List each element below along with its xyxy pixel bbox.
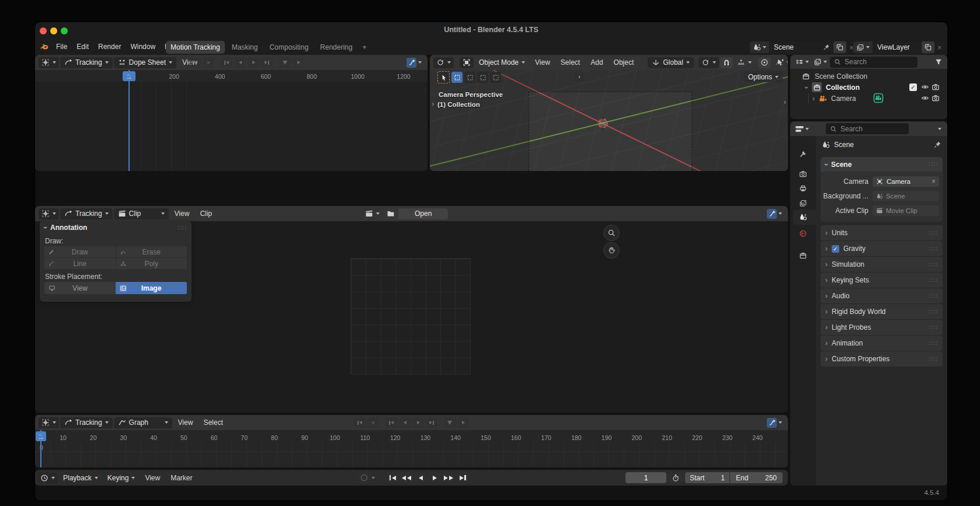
expand-caret-icon[interactable]: › — [802, 86, 811, 89]
skip-first-button[interactable] — [385, 417, 397, 428]
pan-hand-gizmo-button[interactable] — [603, 242, 620, 259]
graph-menu-select[interactable]: Select — [199, 415, 227, 430]
title-bar[interactable]: Untitled - Blender 4.5.4 LTS — [35, 22, 947, 39]
outliner-row-camera[interactable]: › Camera — [790, 93, 947, 104]
dope-tool-widget[interactable] — [39, 57, 59, 68]
fcurve-overlay-icon[interactable] — [767, 418, 777, 428]
panel-drag-dots-icon[interactable]: ∷∷ — [929, 324, 938, 331]
select-mode-set-button[interactable] — [451, 72, 463, 83]
tab-tool-icon[interactable] — [799, 150, 807, 158]
clear-button[interactable]: × — [367, 417, 379, 428]
viewport-options-dropdown[interactable]: Options — [744, 71, 783, 82]
outliner-filter-type-dropdown[interactable] — [812, 58, 829, 66]
tab-view-layer-icon[interactable] — [799, 199, 807, 207]
annotation-tool-draw-button[interactable]: Draw — [44, 246, 116, 257]
annotation-tool-poly-button[interactable]: Poly — [116, 258, 187, 269]
menu-edit[interactable]: Edit — [72, 40, 93, 54]
playback-dropdown[interactable]: Playback — [59, 472, 102, 483]
view-layer-name-field[interactable]: ViewLayer — [873, 41, 920, 53]
hide-eye-icon[interactable] — [921, 83, 929, 91]
camera-field[interactable]: Camera × — [873, 176, 939, 187]
gravity-checkbox[interactable]: ✓ — [832, 245, 839, 253]
dope-ruler[interactable]: 20040060080010001200 1 — [35, 70, 428, 82]
outliner-display-mode-dropdown[interactable] — [794, 58, 811, 66]
play-button[interactable] — [428, 472, 441, 483]
current-frame-field[interactable]: 1 — [625, 472, 666, 483]
tab-scene-icon[interactable] — [799, 213, 807, 221]
graph-menu-view[interactable]: View — [173, 415, 198, 430]
zoom-gizmo-button[interactable] — [603, 225, 620, 241]
chevron-down-icon[interactable] — [371, 477, 375, 479]
object-mode-dropdown[interactable]: Object Mode — [475, 57, 529, 68]
dope-playhead[interactable] — [128, 70, 130, 171]
pin-id-icon[interactable] — [933, 141, 941, 149]
clip-menu-view[interactable]: View — [170, 206, 194, 221]
step-forward-button[interactable] — [248, 57, 259, 68]
menu-render[interactable]: Render — [93, 40, 126, 54]
jump-first-button[interactable] — [386, 472, 399, 483]
keyframe-next-button[interactable] — [442, 472, 455, 483]
swoosh-button[interactable] — [293, 57, 304, 68]
graph-tool-widget[interactable] — [39, 417, 59, 428]
snap-toggle-button[interactable] — [720, 57, 733, 68]
clip-menu-clip[interactable]: Clip — [195, 206, 217, 221]
step-back-button[interactable] — [234, 57, 246, 68]
panel-drag-dots-icon[interactable]: ∷∷ — [929, 292, 938, 300]
fcurve-overlay-icon[interactable] — [406, 58, 416, 68]
tab-output-icon[interactable] — [799, 184, 807, 193]
dope-content[interactable] — [35, 82, 428, 171]
tab-masking[interactable]: Masking — [227, 40, 263, 55]
select-mode-intersect-button[interactable] — [490, 72, 501, 83]
step-forward-button[interactable] — [412, 417, 424, 428]
clip-placeholder-grid[interactable] — [350, 258, 471, 375]
panel-custom-properties[interactable]: ›Custom Properties∷∷ — [821, 351, 943, 367]
panel-drag-dots-icon[interactable]: ∷∷ — [929, 229, 938, 237]
panel-drag-dots-icon[interactable]: ∷∷ — [929, 245, 938, 253]
chevron-down-icon[interactable] — [418, 61, 422, 64]
step-back-button[interactable] — [399, 417, 411, 428]
frame-end-field[interactable]: End250 — [730, 472, 783, 483]
remove-view-layer-button[interactable]: × — [934, 41, 945, 53]
insert-key-button[interactable] — [279, 57, 291, 68]
tab-motion-tracking[interactable]: Motion Tracking — [166, 41, 225, 54]
region-expand-icon[interactable]: › — [432, 100, 434, 108]
properties-editor-type-dropdown[interactable] — [794, 125, 811, 133]
timeline-menu-marker[interactable]: Marker — [166, 470, 197, 486]
outliner-search-input[interactable]: Search — [830, 57, 918, 68]
stroke-placement-image-button[interactable]: Image — [116, 282, 187, 294]
graph-playhead[interactable] — [40, 430, 41, 467]
swoosh-button[interactable] — [457, 417, 469, 428]
use-preview-range-button[interactable] — [668, 472, 683, 483]
menu-file[interactable]: File — [51, 40, 72, 54]
panel-drag-dots-icon[interactable]: ∷∷ — [929, 277, 938, 284]
scene-panel-header[interactable]: ›Scene ∷∷ — [821, 157, 943, 172]
hide-eye-icon[interactable] — [921, 94, 929, 102]
graph-content[interactable]: 0 — [35, 443, 788, 467]
panel-drag-dots-icon[interactable]: ∷∷ — [178, 224, 187, 232]
outliner-row-collection[interactable]: › Collection ✓ — [790, 82, 947, 93]
panel-light-probes[interactable]: ›Light Probes∷∷ — [821, 320, 943, 335]
skip-first-button[interactable] — [221, 57, 232, 68]
viewport-menu-select[interactable]: Select — [556, 55, 585, 70]
menu-window[interactable]: Window — [126, 40, 160, 54]
open-clip-button[interactable]: Open — [383, 208, 448, 219]
snap-pivot-dropdown[interactable] — [698, 57, 719, 68]
panel-drag-dots-icon[interactable]: ∷∷ — [929, 261, 938, 268]
viewport-canvas[interactable]: Camera Perspective (1) Collection › › › … — [430, 70, 788, 171]
panel-drag-dots-icon[interactable]: ∷∷ — [929, 308, 938, 316]
tab-compositing[interactable]: Compositing — [265, 40, 313, 55]
skip-last-button[interactable] — [261, 57, 273, 68]
panel-units[interactable]: ›Units∷∷ — [821, 225, 943, 240]
clip-tool-widget[interactable] — [39, 208, 59, 219]
stroke-placement-view-button[interactable]: View — [44, 282, 116, 294]
chevron-down-icon[interactable] — [779, 212, 782, 215]
frame-start-field[interactable]: Start1 — [685, 472, 729, 483]
outliner-row-scene-collection[interactable]: Scene Collection — [790, 71, 947, 82]
outliner-filter-icon[interactable] — [934, 58, 943, 66]
panel-gravity[interactable]: ›✓Gravity∷∷ — [821, 241, 943, 256]
panel-drag-dots-icon[interactable]: ∷∷ — [929, 355, 938, 363]
region-collapse-icon[interactable]: › — [784, 99, 786, 107]
timeline-menu-view[interactable]: View — [140, 470, 165, 486]
clear-button[interactable]: × — [203, 57, 214, 68]
panel-audio[interactable]: ›Audio∷∷ — [821, 288, 943, 303]
